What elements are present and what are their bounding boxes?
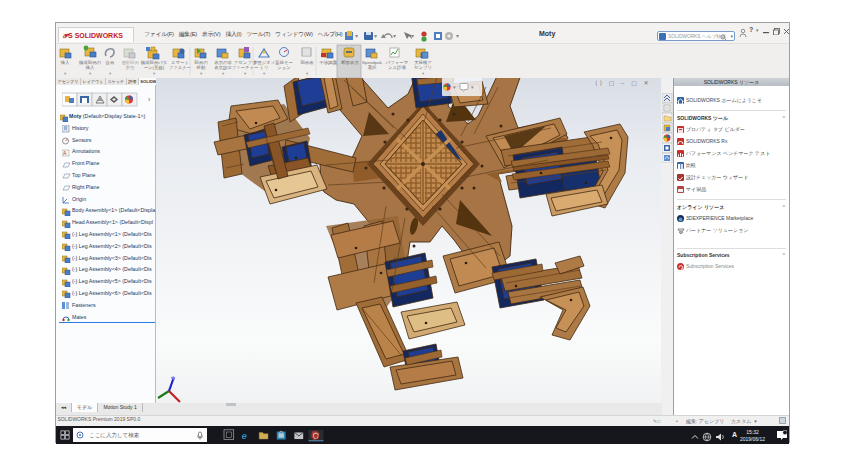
svg-text:▾: ▾	[109, 71, 112, 76]
svg-text:合致: 合致	[105, 60, 115, 65]
svg-text:トリ: トリ	[260, 65, 269, 70]
svg-text:▾: ▾	[422, 71, 425, 76]
svg-text:▾: ▾	[200, 71, 203, 76]
svg-text:▾: ▾	[153, 71, 156, 76]
svg-text:▾: ▾	[64, 71, 67, 76]
svg-text:フィーチャー: フィーチャー	[232, 65, 259, 70]
svg-text:▾: ▾	[471, 84, 474, 90]
svg-text:参照: 参照	[126, 65, 135, 71]
svg-text:ション: ション	[277, 65, 291, 70]
svg-text:挿入: 挿入	[86, 65, 95, 70]
svg-text:ーン(直線): ーン(直線)	[144, 65, 165, 70]
svg-text:e: e	[242, 430, 248, 441]
svg-text:挿入: 挿入	[61, 60, 70, 65]
svg-text:▾: ▾	[89, 71, 92, 76]
svg-text:部品表: 部品表	[300, 60, 314, 65]
svg-text:›: ›	[148, 96, 151, 103]
svg-text:移動: 移動	[196, 65, 206, 70]
svg-text:▾: ▾	[453, 84, 456, 90]
svg-text:センブリ: センブリ	[414, 65, 432, 70]
svg-text:▾: ▾	[263, 71, 266, 76]
svg-text:選択: 選択	[368, 64, 377, 70]
svg-text:ンス評価: ンス評価	[388, 65, 406, 71]
svg-text:▾: ▾	[306, 71, 309, 76]
svg-text:干渉認識: 干渉認識	[319, 60, 337, 66]
svg-text:▾: ▾	[244, 71, 247, 76]
svg-text:ファスナー: ファスナー	[169, 65, 191, 70]
svg-text:▾: ▾	[222, 71, 225, 76]
